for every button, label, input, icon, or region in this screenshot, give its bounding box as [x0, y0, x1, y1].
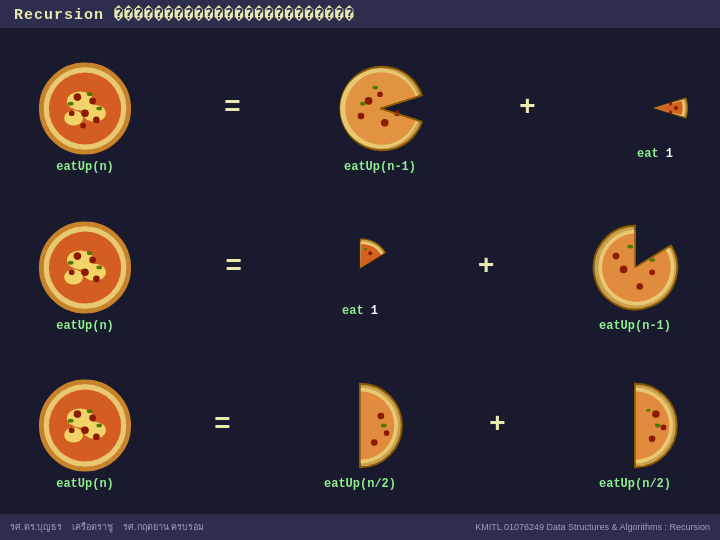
- svg-point-9: [69, 110, 75, 116]
- svg-point-62: [69, 428, 75, 434]
- svg-point-69: [384, 430, 390, 436]
- op-eq-r2: =: [215, 251, 252, 302]
- row-1: eatUp(n) =: [30, 38, 690, 197]
- svg-point-75: [649, 436, 656, 443]
- cell-r2-middle: eat 1: [328, 235, 393, 318]
- footer-teacher2: เครือตราชู: [72, 520, 113, 534]
- row-3: eatUp(n) = eatUp(n/2): [30, 355, 690, 514]
- svg-point-77: [646, 409, 651, 412]
- svg-point-39: [87, 251, 93, 255]
- cell-r1-middle: eatUp(n-1): [325, 61, 435, 174]
- svg-point-16: [365, 97, 373, 105]
- pizza-half2-r3: [580, 378, 690, 473]
- svg-point-13: [68, 102, 74, 106]
- cell-r1-right: eat 1: [620, 73, 690, 161]
- op-plus-r3: +: [479, 409, 516, 460]
- pizza-smallslice-r2: [328, 235, 393, 300]
- cell-r2-right: eatUp(n-1): [580, 220, 690, 333]
- page-title: Recursion ������������������������: [14, 5, 355, 24]
- svg-point-76: [655, 424, 661, 428]
- cell-r2-left: eatUp(n): [30, 220, 140, 333]
- svg-point-11: [80, 123, 86, 129]
- svg-point-22: [360, 102, 366, 106]
- pizza-full-r1: [30, 61, 140, 156]
- svg-point-17: [358, 113, 365, 120]
- cell-r3-middle: eatUp(n/2): [305, 378, 415, 491]
- label-r1-left: eatUp(n): [56, 160, 114, 174]
- op-eq-r1: =: [214, 92, 251, 143]
- header-bar: Recursion ������������������������: [0, 0, 720, 28]
- svg-point-18: [377, 91, 383, 97]
- svg-point-49: [627, 244, 633, 248]
- label-r3-middle: eatUp(n/2): [324, 477, 396, 491]
- svg-point-26: [669, 102, 673, 106]
- svg-point-60: [89, 415, 96, 422]
- svg-point-35: [89, 256, 96, 263]
- footer: รศ.ดร.บุญธร เครือตราชู รศ.กฤตยาน ครบรอม …: [0, 514, 720, 540]
- svg-point-70: [371, 439, 378, 446]
- svg-point-27: [669, 111, 673, 115]
- svg-point-47: [649, 269, 655, 275]
- footer-teacher1: รศ.ดร.บุญธร: [10, 520, 62, 534]
- svg-point-12: [87, 92, 93, 96]
- svg-point-19: [381, 119, 389, 127]
- svg-point-45: [620, 265, 628, 273]
- cell-r3-right: eatUp(n/2): [580, 378, 690, 491]
- svg-point-10: [93, 116, 100, 123]
- main-content: eatUp(n) =: [0, 28, 720, 514]
- svg-point-66: [96, 424, 102, 428]
- svg-point-14: [96, 106, 102, 110]
- svg-point-63: [93, 434, 100, 441]
- svg-point-68: [378, 413, 385, 420]
- svg-point-25: [674, 106, 678, 110]
- label-r2-left: eatUp(n): [56, 319, 114, 333]
- svg-point-73: [652, 410, 660, 418]
- label-r3-right: eatUp(n/2): [599, 477, 671, 491]
- label-r1-right: eat 1: [637, 147, 673, 161]
- svg-point-34: [74, 252, 82, 260]
- cell-r3-left: eatUp(n): [30, 378, 140, 491]
- svg-point-41: [96, 265, 102, 269]
- svg-point-46: [636, 283, 643, 290]
- row-2: eatUp(n) = eat 1 +: [30, 197, 690, 356]
- pizza-half-r3: [305, 378, 415, 473]
- op-plus-r1: +: [509, 92, 546, 143]
- pizza-full-r2: [30, 220, 140, 315]
- svg-point-65: [68, 419, 74, 423]
- svg-point-59: [74, 410, 82, 418]
- cell-r1-left: eatUp(n): [30, 61, 140, 174]
- svg-point-37: [69, 269, 75, 275]
- label-r2-right: eatUp(n-1): [599, 319, 671, 333]
- svg-point-6: [74, 93, 82, 101]
- svg-point-36: [81, 268, 89, 276]
- svg-point-40: [68, 260, 74, 264]
- pizza-slice-r1: [620, 73, 690, 143]
- svg-point-21: [372, 86, 378, 90]
- svg-point-74: [661, 425, 667, 431]
- svg-point-71: [381, 424, 387, 428]
- svg-point-61: [81, 427, 89, 435]
- label-r1-middle: eatUp(n-1): [344, 160, 416, 174]
- pizza-full-r3: [30, 378, 140, 473]
- svg-point-43: [368, 251, 372, 255]
- label-r3-left: eatUp(n): [56, 477, 114, 491]
- svg-point-44: [364, 248, 367, 250]
- svg-point-38: [93, 275, 100, 282]
- label-r2-middle: eat 1: [342, 304, 378, 318]
- op-plus-r2: +: [468, 251, 505, 302]
- pizza-mostlyfull-r1: [325, 61, 435, 156]
- pizza-bigslice-r2: [580, 220, 690, 315]
- svg-point-64: [87, 410, 93, 414]
- svg-point-48: [613, 252, 620, 259]
- svg-point-7: [89, 97, 96, 104]
- footer-teacher3: รศ.กฤตยาน ครบรอม: [123, 520, 204, 534]
- op-eq-r3: =: [204, 409, 241, 460]
- footer-institution: KMITL 01076249 Data Structures & Algorit…: [475, 522, 710, 532]
- svg-point-8: [81, 109, 89, 117]
